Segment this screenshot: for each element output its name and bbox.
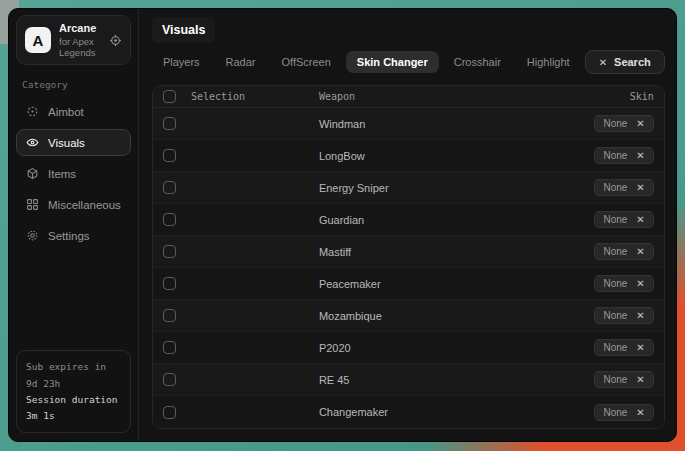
page-title: Visuals bbox=[152, 17, 216, 43]
row-checkbox[interactable] bbox=[163, 245, 176, 258]
app-meta: Arcane for Apex Legends bbox=[59, 22, 101, 58]
sidebar-item-settings[interactable]: Settings bbox=[16, 222, 131, 249]
tab[interactable]: OffScreen bbox=[271, 51, 342, 73]
remove-skin-icon[interactable]: ✕ bbox=[636, 246, 644, 257]
row-checkbox[interactable] bbox=[163, 181, 176, 194]
remove-skin-icon[interactable]: ✕ bbox=[636, 342, 644, 353]
weapon-name: Mastiff bbox=[319, 246, 536, 258]
table-row[interactable]: LongBow None ✕ bbox=[153, 140, 664, 172]
sidebar-item-aimbot[interactable]: Aimbot bbox=[16, 98, 131, 125]
column-selection: Selection bbox=[191, 91, 319, 102]
table-row[interactable]: RE 45 None ✕ bbox=[153, 364, 664, 396]
skin-value: None bbox=[603, 118, 627, 129]
table-body: Windman None ✕ LongBow bbox=[153, 108, 664, 428]
table-header: Selection Weapon Skin bbox=[153, 86, 664, 108]
weapon-name: Peacemaker bbox=[319, 278, 536, 290]
table-row[interactable]: Windman None ✕ bbox=[153, 108, 664, 140]
skin-changer-table: Selection Weapon Skin Windman None ✕ bbox=[152, 85, 665, 429]
select-all-checkbox[interactable] bbox=[163, 90, 176, 103]
row-checkbox[interactable] bbox=[163, 373, 176, 386]
skin-badge[interactable]: None ✕ bbox=[594, 179, 653, 196]
sidebar-item-items[interactable]: Items bbox=[16, 160, 131, 187]
row-checkbox[interactable] bbox=[163, 341, 176, 354]
skin-value: None bbox=[603, 278, 627, 289]
app-title: Arcane bbox=[59, 22, 101, 34]
remove-skin-icon[interactable]: ✕ bbox=[636, 182, 644, 193]
sidebar-item-label: Aimbot bbox=[48, 106, 84, 118]
tab-label: Radar bbox=[226, 56, 256, 68]
skin-badge[interactable]: None ✕ bbox=[594, 211, 653, 228]
table-row[interactable]: Peacemaker None ✕ bbox=[153, 268, 664, 300]
weapon-name: Mozambique bbox=[319, 310, 536, 322]
skin-badge[interactable]: None ✕ bbox=[594, 275, 653, 292]
row-checkbox[interactable] bbox=[163, 213, 176, 226]
skin-badge[interactable]: None ✕ bbox=[594, 243, 653, 260]
tab[interactable]: Skin Changer bbox=[346, 51, 439, 73]
row-checkbox[interactable] bbox=[163, 406, 176, 419]
skin-badge[interactable]: None ✕ bbox=[594, 115, 653, 132]
column-skin: Skin bbox=[536, 91, 654, 102]
tab[interactable]: Crosshair bbox=[443, 51, 512, 73]
row-checkbox[interactable] bbox=[163, 309, 176, 322]
sidebar-item-visuals[interactable]: Visuals bbox=[16, 129, 131, 156]
remove-skin-icon[interactable]: ✕ bbox=[636, 374, 644, 385]
table-row[interactable]: Mozambique None ✕ bbox=[153, 300, 664, 332]
sidebar: A Arcane for Apex Legends Category Aimbo bbox=[9, 9, 139, 441]
table-row[interactable]: Energy Sniper None ✕ bbox=[153, 172, 664, 204]
sidebar-item-label: Miscellaneous bbox=[48, 199, 121, 211]
skin-badge[interactable]: None ✕ bbox=[594, 404, 653, 421]
sidebar-item-label: Items bbox=[48, 168, 76, 180]
weapon-name: LongBow bbox=[319, 150, 536, 162]
skin-value: None bbox=[603, 182, 627, 193]
skin-badge[interactable]: None ✕ bbox=[594, 147, 653, 164]
sidebar-item-label: Visuals bbox=[48, 137, 85, 149]
tab-bar: Players Radar OffScreen Skin Changer Cro… bbox=[152, 50, 665, 74]
row-checkbox[interactable] bbox=[163, 277, 176, 290]
row-checkbox[interactable] bbox=[163, 149, 176, 162]
subscription-status-card: Sub expires in 9d 23h Session duration 3… bbox=[16, 350, 131, 433]
search-button[interactable]: ✕Search bbox=[585, 50, 665, 74]
row-checkbox[interactable] bbox=[163, 117, 176, 130]
table-row[interactable]: Changemaker None ✕ bbox=[153, 396, 664, 428]
skin-badge[interactable]: None ✕ bbox=[594, 339, 653, 356]
remove-skin-icon[interactable]: ✕ bbox=[636, 150, 644, 161]
grid-icon bbox=[26, 198, 39, 211]
tab-label: Players bbox=[163, 56, 200, 68]
tab-label: OffScreen bbox=[282, 56, 331, 68]
crosshair-icon bbox=[26, 105, 39, 118]
remove-skin-icon[interactable]: ✕ bbox=[636, 118, 644, 129]
sub-expiry-text: Sub expires in 9d 23h bbox=[26, 359, 121, 391]
skin-value: None bbox=[603, 214, 627, 225]
skin-badge[interactable]: None ✕ bbox=[594, 371, 653, 388]
skin-value: None bbox=[603, 374, 627, 385]
sidebar-item-miscellaneous[interactable]: Miscellaneous bbox=[16, 191, 131, 218]
skin-value: None bbox=[603, 310, 627, 321]
main-panel: Visuals Players Radar OffScreen Skin Cha… bbox=[139, 9, 677, 441]
gear-icon bbox=[26, 229, 39, 242]
tab-label: Highlight bbox=[527, 56, 570, 68]
session-duration-text: Session duration 3m 1s bbox=[26, 392, 121, 424]
remove-skin-icon[interactable]: ✕ bbox=[636, 310, 644, 321]
skin-value: None bbox=[603, 407, 627, 418]
skin-badge[interactable]: None ✕ bbox=[594, 307, 653, 324]
remove-skin-icon[interactable]: ✕ bbox=[636, 278, 644, 289]
weapon-name: P2020 bbox=[319, 342, 536, 354]
tab[interactable]: Players bbox=[152, 51, 211, 73]
search-label: Search bbox=[614, 56, 651, 68]
tab-label: Skin Changer bbox=[357, 56, 428, 68]
target-icon[interactable] bbox=[109, 34, 122, 47]
remove-skin-icon[interactable]: ✕ bbox=[636, 407, 644, 418]
tab[interactable]: Highlight bbox=[516, 51, 581, 73]
category-label: Category bbox=[22, 79, 125, 90]
table-row[interactable]: P2020 None ✕ bbox=[153, 332, 664, 364]
app-subtitle: for Apex Legends bbox=[59, 36, 101, 58]
remove-skin-icon[interactable]: ✕ bbox=[636, 214, 644, 225]
app-logo: A bbox=[25, 27, 51, 53]
weapon-name: Energy Sniper bbox=[319, 182, 536, 194]
sidebar-item-label: Settings bbox=[48, 230, 90, 242]
table-row[interactable]: Mastiff None ✕ bbox=[153, 236, 664, 268]
tab-label: Crosshair bbox=[454, 56, 501, 68]
tab[interactable]: Radar bbox=[215, 51, 267, 73]
x-icon: ✕ bbox=[599, 57, 607, 68]
table-row[interactable]: Guardian None ✕ bbox=[153, 204, 664, 236]
